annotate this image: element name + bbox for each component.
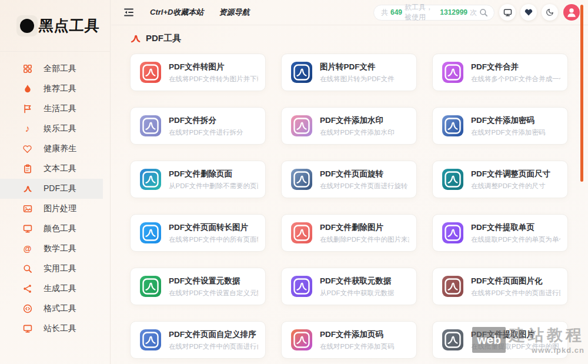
- black-dot-logo-icon: [16, 15, 38, 36]
- at-icon: @: [22, 244, 32, 254]
- sidebar-item-generator-tools[interactable]: 生成工具: [0, 279, 103, 299]
- pdf-file-icon: [291, 276, 312, 297]
- pdf-file-icon: [442, 115, 463, 136]
- tool-desc: 在线对PDF文件添加页码: [320, 342, 395, 351]
- tool-card-pdf-to-long-image[interactable]: PDF文件页面转长图片 在线将PDF文件中的所有页面转为单...: [130, 214, 266, 252]
- tool-title: PDF文件删除页面: [169, 169, 258, 179]
- sidebar-item-label: 娱乐工具: [44, 123, 76, 134]
- sidebar-item-health-tools[interactable]: 健康养生: [0, 139, 103, 159]
- tool-desc: 在线将多个PDF文件合并成一个PDF...: [471, 75, 560, 84]
- sidebar-menu: 全部工具 推荐工具 生活工具 ♪ 娱乐工具 健康养生 文本工具 PDF工具 图片: [0, 59, 110, 339]
- tool-card-pdf-extract-images[interactable]: PDF文件提取图片 在线批量提取PDF文件中的图片: [432, 321, 568, 359]
- sidebar-item-color-tools[interactable]: 颜色工具: [0, 219, 103, 239]
- sidebar-item-text-tools[interactable]: 文本工具: [0, 159, 103, 179]
- tool-desc: 在线将PDF文件中的页面进行图片化: [471, 289, 560, 298]
- sidebar-item-webmaster-tools[interactable]: 站长工具: [0, 319, 103, 339]
- user-avatar[interactable]: [563, 4, 580, 21]
- pdf-file-icon: [140, 115, 161, 136]
- pdf-file-icon: [291, 115, 312, 136]
- search-input[interactable]: 共 649 款工具，被使用 1312999 次: [373, 5, 495, 21]
- sidebar-item-entertainment-tools[interactable]: ♪ 娱乐工具: [0, 119, 103, 139]
- sidebar-item-label: 图片处理: [44, 203, 76, 214]
- flame-icon: [22, 84, 32, 94]
- sidebar-item-recommended-tools[interactable]: 推荐工具: [0, 79, 103, 99]
- tool-card-pdf-reorder-pages[interactable]: PDF文件页面自定义排序 在线对PDF文件中的页面进行自定义...: [130, 321, 266, 359]
- tool-title: PDF文件调整页面尺寸: [471, 169, 550, 179]
- section-header: PDF工具: [130, 32, 588, 44]
- sidebar-item-label: PDF工具: [44, 183, 76, 194]
- tool-card-pdf-get-metadata[interactable]: PDF文件获取元数据 从PDF文件中获取元数据: [281, 268, 417, 305]
- tool-title: PDF文件页面旋转: [320, 169, 408, 179]
- main-content: PDF工具 PDF文件转图片 在线将PDF文件转为图片并下载 图片转PDF文件 …: [111, 25, 588, 364]
- tool-card-pdf-password[interactable]: PDF文件添加密码 在线对PDF文件添加密码: [432, 107, 568, 145]
- pdf-file-icon: [291, 329, 312, 350]
- favorites-button[interactable]: [520, 4, 537, 21]
- tool-title: PDF文件提取单页: [471, 222, 560, 233]
- search-icon: [22, 264, 32, 274]
- search-placeholder-text: 共: [381, 8, 388, 18]
- sidebar-item-label: 颜色工具: [44, 223, 76, 234]
- resource-nav-link[interactable]: 资源导航: [219, 7, 249, 18]
- tool-card-pdf-set-metadata[interactable]: PDF文件设置元数据 在线对PDF文件设置自定义元数据: [130, 268, 266, 305]
- tool-desc: 在线将PDF文件中的所有页面转为单...: [169, 235, 258, 244]
- bookmark-link[interactable]: Ctrl+D收藏本站: [150, 7, 203, 18]
- sidebar-item-utility-tools[interactable]: 实用工具: [0, 259, 103, 279]
- brand-name: 黑点工具: [38, 16, 101, 35]
- search-placeholder-text: 次: [470, 8, 477, 18]
- dark-mode-button[interactable]: [542, 4, 558, 21]
- music-icon: ♪: [22, 124, 32, 134]
- tool-title: PDF文件添加水印: [320, 115, 395, 126]
- pdf-file-icon: [140, 329, 161, 350]
- pdf-icon: [130, 33, 141, 44]
- brand-logo[interactable]: 黑点工具: [0, 0, 110, 52]
- flag-icon: [22, 104, 32, 114]
- tool-card-pdf-split[interactable]: PDF文件拆分 在线对PDF文件进行拆分: [130, 107, 266, 145]
- search-icon[interactable]: [479, 8, 488, 17]
- tool-card-pdf-extract-page[interactable]: PDF文件提取单页 在线提取PDF文件的单页为单个PDF...: [432, 214, 568, 252]
- sidebar-item-label: 生成工具: [44, 283, 76, 294]
- tool-card-image-to-pdf[interactable]: 图片转PDF文件 在线将图片转为PDF文件: [281, 54, 417, 91]
- clipboard-icon: [22, 164, 32, 174]
- tool-card-pdf-to-image[interactable]: PDF文件转图片 在线将PDF文件转为图片并下载: [130, 54, 266, 91]
- sidebar-item-life-tools[interactable]: 生活工具: [0, 99, 103, 119]
- tool-desc: 在线调整PDF文件的尺寸: [471, 182, 550, 191]
- tool-title: 图片转PDF文件: [320, 62, 395, 72]
- tool-card-pdf-watermark[interactable]: PDF文件添加水印 在线对PDF文件添加水印: [281, 107, 417, 145]
- sidebar-item-label: 站长工具: [44, 323, 76, 334]
- sidebar-item-format-tools[interactable]: 格式工具: [0, 299, 103, 319]
- sidebar-item-math-tools[interactable]: @ 数学工具: [0, 239, 103, 259]
- tool-desc: 从PDF文件中删除不需要的页面: [169, 182, 258, 191]
- monitor-icon: [22, 324, 32, 334]
- sidebar-item-image-tools[interactable]: 图片处理: [0, 199, 103, 219]
- tool-title: PDF文件合并: [471, 62, 560, 72]
- tool-desc: 在线对PDF文件添加密码: [471, 128, 546, 137]
- sidebar-item-all-tools[interactable]: 全部工具: [0, 59, 103, 79]
- sidebar-item-label: 全部工具: [44, 64, 76, 74]
- tool-desc: 在线对PDF文件添加水印: [320, 128, 395, 137]
- vertical-scrollbar-thumb[interactable]: [580, 5, 583, 182]
- tool-card-pdf-page-numbers[interactable]: PDF文件添加页码 在线对PDF文件添加页码: [281, 321, 417, 359]
- top-header: Ctrl+D收藏本站 资源导航 共 649 款工具，被使用 1312999 次: [111, 0, 588, 25]
- pdf-file-icon: [140, 169, 161, 190]
- tool-card-pdf-rasterize[interactable]: PDF文件页面图片化 在线将PDF文件中的页面进行图片化: [432, 268, 568, 305]
- tool-card-pdf-rotate[interactable]: PDF文件页面旋转 在线对PDF文件页面进行旋转: [281, 161, 417, 198]
- search-placeholder-text: 款工具，被使用: [405, 2, 437, 22]
- tool-card-pdf-resize[interactable]: PDF文件调整页面尺寸 在线调整PDF文件的尺寸: [432, 161, 568, 198]
- pdf-file-icon: [442, 222, 463, 243]
- tool-desc: 在线对PDF文件中的页面进行自定义...: [169, 342, 258, 351]
- code-circle-icon: [22, 304, 32, 314]
- page-title: PDF工具: [146, 33, 181, 44]
- tool-card-pdf-delete-images[interactable]: PDF文件删除图片 在线删除PDF文件中的图片来减少P...: [281, 214, 417, 252]
- image-icon: [22, 204, 32, 214]
- pdf-file-icon: [442, 169, 463, 190]
- tool-card-pdf-delete-pages[interactable]: PDF文件删除页面 从PDF文件中删除不需要的页面: [130, 161, 266, 198]
- tool-card-pdf-merge[interactable]: PDF文件合并 在线将多个PDF文件合并成一个PDF...: [432, 54, 568, 91]
- sidebar-item-pdf-tools[interactable]: PDF工具: [0, 179, 103, 199]
- collapse-sidebar-icon[interactable]: [123, 6, 135, 18]
- sidebar-item-label: 文本工具: [44, 163, 76, 174]
- theme-monitor-button[interactable]: [499, 4, 516, 21]
- tool-desc: 在线将PDF文件转为图片并下载: [169, 75, 258, 84]
- share-icon: [22, 284, 32, 294]
- tool-desc: 在线对PDF文件进行拆分: [169, 128, 243, 137]
- sidebar-item-label: 格式工具: [44, 303, 76, 314]
